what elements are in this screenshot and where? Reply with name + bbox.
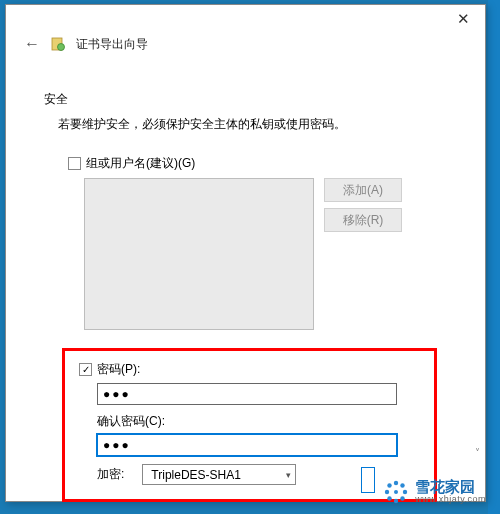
svg-point-9 [400,496,404,500]
group-users-label: 组或用户名(建议)(G) [86,155,195,172]
add-button: 添加(A) [324,178,402,202]
chevron-down-icon: ▾ [286,470,291,480]
watermark-url: www.xhjaty.com [415,495,486,505]
back-arrow-icon[interactable]: ← [24,35,40,53]
password-label: 密码(P): [97,361,140,378]
wizard-title: 证书导出向导 [76,36,148,53]
certificate-export-wizard-dialog: ✕ ← 证书导出向导 安全 若要维护安全，必须保护安全主体的私钥或使用密码。 组… [5,4,486,502]
certificate-icon [50,36,66,52]
confirm-password-input[interactable]: ●●● [97,434,397,456]
watermark-title: 雪花家园 [415,479,486,496]
confirm-password-label: 确认密码(C): [97,413,420,430]
password-checkbox[interactable] [79,363,92,376]
next-button-partial[interactable] [361,467,375,493]
svg-point-8 [387,496,391,500]
group-users-listbox [84,178,314,330]
svg-point-2 [394,481,398,485]
svg-point-7 [400,483,404,487]
security-heading: 安全 [44,91,447,108]
svg-point-1 [58,44,65,51]
password-input[interactable]: ●●● [97,383,397,405]
close-button[interactable]: ✕ [441,5,485,33]
scroll-down-icon[interactable]: ˅ [470,443,484,461]
security-description: 若要维护安全，必须保护安全主体的私钥或使用密码。 [58,116,447,133]
svg-point-4 [385,490,389,494]
group-users-checkbox [68,157,81,170]
svg-point-3 [394,499,398,503]
wizard-header: ← 证书导出向导 [6,35,485,71]
encryption-selected-value: TripleDES-SHA1 [151,468,241,482]
remove-button: 移除(R) [324,208,402,232]
svg-point-5 [403,490,407,494]
watermark: 雪花家园 www.xhjaty.com [377,476,492,508]
encryption-dropdown[interactable]: TripleDES-SHA1 ▾ [142,464,296,485]
encryption-label: 加密: [97,466,124,483]
svg-point-6 [387,483,391,487]
svg-point-10 [394,490,398,494]
titlebar: ✕ [6,5,485,35]
snowflake-icon [383,479,409,505]
